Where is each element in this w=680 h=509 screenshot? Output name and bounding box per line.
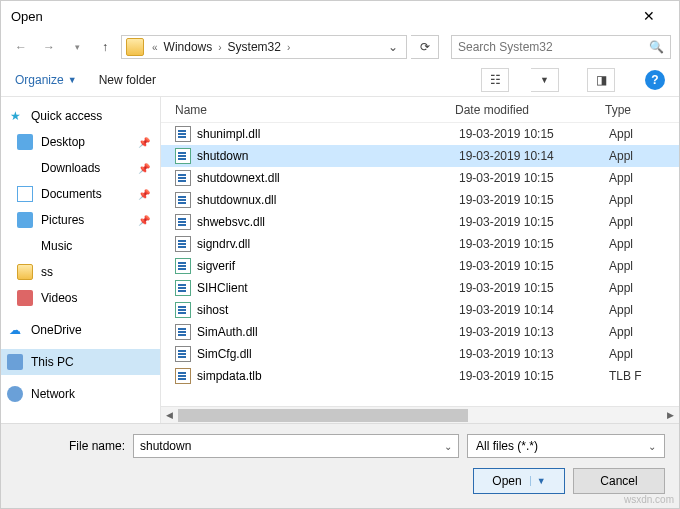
file-row[interactable]: shwebsvc.dll19-03-2019 10:15Appl [161,211,679,233]
file-row[interactable]: shutdown19-03-2019 10:14Appl [161,145,679,167]
chevron-down-icon[interactable]: ⌄ [648,441,656,452]
star-icon: ★ [7,108,23,124]
scrollbar-track[interactable] [178,407,662,424]
nav-back-button[interactable]: ← [9,35,33,59]
scrollbar-thumb[interactable] [178,409,468,422]
close-button[interactable]: ✕ [629,8,669,24]
file-date: 19-03-2019 10:15 [459,237,609,251]
file-type: Appl [609,303,679,317]
filename-label: File name: [15,439,125,453]
file-row[interactable]: shutdownux.dll19-03-2019 10:15Appl [161,189,679,211]
file-icon [175,324,191,340]
chevron-down-icon: ▼ [68,75,77,85]
breadcrumb[interactable]: System32 [226,40,283,54]
sidebar-item-label: OneDrive [31,323,82,337]
file-row[interactable]: SIHClient19-03-2019 10:15Appl [161,277,679,299]
sidebar-item-downloads[interactable]: Downloads📌 [1,155,160,181]
horizontal-scrollbar[interactable]: ◀ ▶ [161,406,679,423]
sidebar-this-pc[interactable]: This PC [1,349,160,375]
file-row[interactable]: SimCfg.dll19-03-2019 10:13Appl [161,343,679,365]
folder-icon [126,38,144,56]
music-icon [17,238,33,254]
open-button[interactable]: Open ▼ [473,468,565,494]
file-row[interactable]: sihost19-03-2019 10:14Appl [161,299,679,321]
sidebar-item-label: Music [41,239,72,253]
organize-menu[interactable]: Organize ▼ [15,73,77,87]
view-options-dropdown[interactable]: ▼ [531,68,559,92]
filename-field[interactable] [140,439,444,453]
sidebar-item-music[interactable]: Music [1,233,160,259]
search-input[interactable]: 🔍 [451,35,671,59]
breadcrumb[interactable]: Windows [162,40,215,54]
file-row[interactable]: signdrv.dll19-03-2019 10:15Appl [161,233,679,255]
file-date: 19-03-2019 10:14 [459,149,609,163]
file-list[interactable]: shunimpl.dll19-03-2019 10:15Applshutdown… [161,123,679,406]
sidebar-item-label: Quick access [31,109,102,123]
scroll-left-button[interactable]: ◀ [161,407,178,424]
sidebar-item-label: Desktop [41,135,85,149]
file-date: 19-03-2019 10:14 [459,303,609,317]
file-name: SimAuth.dll [197,325,459,339]
chevron-right-icon: › [283,42,294,53]
file-row[interactable]: SimAuth.dll19-03-2019 10:13Appl [161,321,679,343]
folder-icon [17,264,33,280]
file-icon [175,192,191,208]
address-dropdown[interactable]: ⌄ [384,40,402,54]
sidebar-network[interactable]: Network [1,381,160,407]
sidebar-item-videos[interactable]: Videos [1,285,160,311]
split-indicator-icon: ▼ [530,476,546,486]
sidebar-onedrive[interactable]: ☁ OneDrive [1,317,160,343]
file-name: sihost [197,303,459,317]
video-icon [17,290,33,306]
column-header-type[interactable]: Type [605,103,679,117]
file-name: sigverif [197,259,459,273]
file-icon [175,258,191,274]
file-type: Appl [609,149,679,163]
file-date: 19-03-2019 10:13 [459,347,609,361]
file-row[interactable]: shutdownext.dll19-03-2019 10:15Appl [161,167,679,189]
view-options-button[interactable]: ☷ [481,68,509,92]
sidebar-item-ss[interactable]: ss [1,259,160,285]
column-header-name[interactable]: Name [175,103,455,117]
address-bar[interactable]: « Windows › System32 › ⌄ [121,35,407,59]
search-field[interactable] [458,40,649,54]
chevron-right-icon: › [214,42,225,53]
cancel-button[interactable]: Cancel [573,468,665,494]
window-title: Open [11,9,629,24]
sidebar-quick-access[interactable]: ★ Quick access [1,103,160,129]
filename-input[interactable]: ⌄ [133,434,459,458]
file-name: shunimpl.dll [197,127,459,141]
file-date: 19-03-2019 10:15 [459,127,609,141]
preview-pane-button[interactable]: ◨ [587,68,615,92]
filter-label: All files (*.*) [476,439,538,453]
refresh-button[interactable]: ⟳ [411,35,439,59]
file-icon [175,170,191,186]
file-type: Appl [609,347,679,361]
new-folder-button[interactable]: New folder [99,73,156,87]
file-row[interactable]: shunimpl.dll19-03-2019 10:15Appl [161,123,679,145]
file-type: Appl [609,325,679,339]
open-button-label: Open [492,474,521,488]
doc-icon [17,186,33,202]
nav-up-button[interactable]: ↑ [93,35,117,59]
sidebar-item-pictures[interactable]: Pictures📌 [1,207,160,233]
file-type-filter[interactable]: All files (*.*) ⌄ [467,434,665,458]
column-header-date[interactable]: Date modified [455,103,605,117]
nav-recent-dropdown[interactable]: ▾ [65,35,89,59]
sidebar-item-label: This PC [31,355,74,369]
file-row[interactable]: simpdata.tlb19-03-2019 10:15TLB F [161,365,679,387]
file-type: Appl [609,259,679,273]
pin-icon: 📌 [138,163,150,174]
sidebar-item-documents[interactable]: Documents📌 [1,181,160,207]
scroll-right-button[interactable]: ▶ [662,407,679,424]
file-row[interactable]: sigverif19-03-2019 10:15Appl [161,255,679,277]
file-name: simpdata.tlb [197,369,459,383]
help-button[interactable]: ? [645,70,665,90]
file-date: 19-03-2019 10:15 [459,281,609,295]
file-date: 19-03-2019 10:15 [459,259,609,273]
sidebar-item-desktop[interactable]: Desktop📌 [1,129,160,155]
chevron-down-icon[interactable]: ⌄ [444,441,452,452]
nav-forward-button[interactable]: → [37,35,61,59]
file-type: Appl [609,237,679,251]
file-date: 19-03-2019 10:15 [459,193,609,207]
